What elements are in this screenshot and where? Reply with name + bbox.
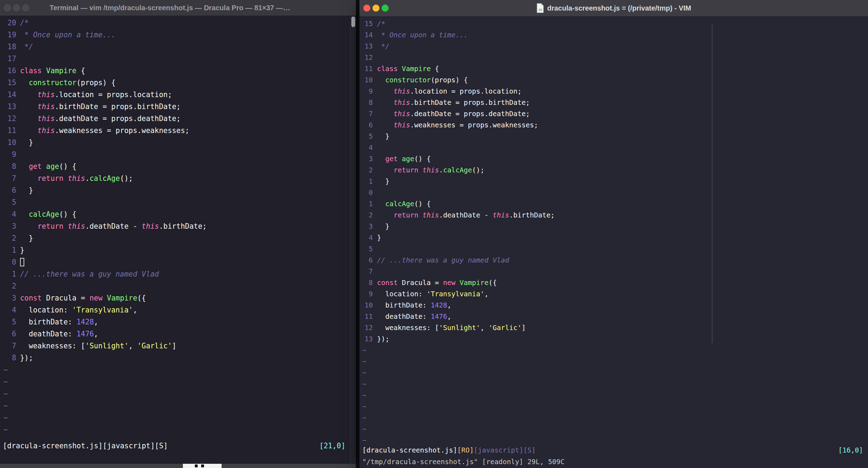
line-number: 2 <box>362 210 373 221</box>
code-line: 12 <box>359 52 868 63</box>
code-text: birthDate: 1428, <box>20 318 98 326</box>
terminal-titlebar[interactable]: Terminal — vim /tmp/dracula-screenshot.j… <box>0 0 356 16</box>
code-text: const Dracula = new Vampire({ <box>377 279 497 287</box>
cursor-position: [16,0] <box>838 446 863 454</box>
code-text: // ...there was a guy named Vlad <box>377 256 509 264</box>
line-number: 7 <box>362 108 373 120</box>
close-button[interactable] <box>4 4 11 11</box>
code-line: 5 <box>359 244 868 255</box>
code-text: calcAge() { <box>20 210 76 219</box>
line-number: 10 <box>362 75 373 86</box>
code-text: this.weaknesses = props.weaknesses; <box>377 121 538 129</box>
terminal-window-title: Terminal — vim /tmp/dracula-screenshot.j… <box>50 4 290 12</box>
line-number: 0 <box>4 256 16 268</box>
line-number: 10 <box>362 300 373 311</box>
code-line: 16class Vampire { <box>0 65 356 77</box>
code-line: 14 this.location = props.location; <box>0 89 356 101</box>
code-text: } <box>20 138 33 147</box>
vim-statusline: [dracula-screenshot.js][javascript][S] [… <box>0 440 356 452</box>
line-number: 7 <box>4 172 16 184</box>
line-number: 11 <box>4 125 16 137</box>
minimize-button[interactable] <box>372 5 379 12</box>
line-number: 5 <box>362 131 373 142</box>
tilde-line: ~ <box>0 376 356 388</box>
vim-buffer-terminal[interactable]: 20/*19 * Once upon a time...18 */1716cla… <box>0 15 356 436</box>
code-text: deathDate: 1476, <box>377 312 451 321</box>
macvim-titlebar[interactable]: JS dracula-screenshot.js = (/private/tmp… <box>359 0 868 17</box>
zoom-button[interactable] <box>382 5 389 12</box>
line-number: 13 <box>4 101 16 113</box>
code-text: const Dracula = new Vampire({ <box>20 294 146 302</box>
code-line: 7 weaknesses: ['Sunlight', 'Garlic'] <box>0 340 356 352</box>
code-text: } <box>20 234 33 242</box>
code-line: 4 location: 'Transylvania', <box>0 304 356 316</box>
zoom-button[interactable] <box>22 4 29 11</box>
code-line: 15 constructor(props) { <box>0 77 356 89</box>
code-text: } <box>377 222 389 230</box>
line-number: 1 <box>362 176 373 187</box>
statusline-segment: [RO] <box>457 446 474 454</box>
code-text <box>20 258 24 266</box>
statusline-segment: [javascript] <box>474 446 523 454</box>
line-number: 8 <box>4 352 16 364</box>
tilde-line: ~ <box>359 412 868 424</box>
code-line: 8const Dracula = new Vampire({ <box>359 277 868 289</box>
code-line: 11class Vampire { <box>359 63 868 75</box>
tilde-line: ~ <box>359 379 868 390</box>
code-line: 4} <box>359 232 868 244</box>
line-number: 5 <box>4 316 16 328</box>
code-line: 8 get age() { <box>0 160 356 172</box>
close-button[interactable] <box>363 5 370 12</box>
code-line: 5 } <box>359 131 868 142</box>
tilde-line: ~ <box>0 364 356 376</box>
code-line: 10 birthDate: 1428, <box>359 300 868 311</box>
code-line: 17 <box>0 53 356 65</box>
code-line: 11 this.weaknesses = props.weaknesses; <box>0 125 356 137</box>
code-text: this.birthDate = props.birthDate; <box>20 102 181 111</box>
line-number: 20 <box>4 17 16 29</box>
tilde-line: ~ <box>0 388 356 400</box>
line-number: 15 <box>4 77 16 89</box>
code-line: 15/* <box>359 18 868 30</box>
scrollbar-thumb[interactable] <box>351 17 355 27</box>
code-text: this.location = props.location; <box>20 90 172 99</box>
line-number: 13 <box>362 41 373 52</box>
code-text: this.weaknesses = props.weaknesses; <box>20 126 189 135</box>
code-line: 1} <box>0 244 356 256</box>
line-number: 14 <box>362 30 373 41</box>
line-number: 14 <box>4 89 16 101</box>
scrollbar[interactable] <box>350 15 356 464</box>
code-line: 0 <box>359 187 868 198</box>
code-line: 2 } <box>0 232 356 244</box>
code-line: 9 <box>0 148 356 160</box>
code-text: return this.deathDate - this.birthDate; <box>377 211 555 219</box>
code-line: 2 return this.calcAge(); <box>359 165 868 176</box>
code-line: 12 this.deathDate = props.deathDate; <box>0 113 356 125</box>
code-line: 4 calcAge() { <box>0 208 356 220</box>
background-window-sliver <box>0 464 356 468</box>
code-text: return this.calcAge(); <box>377 166 484 174</box>
line-number: 13 <box>362 334 373 345</box>
line-number: 19 <box>4 29 16 41</box>
line-number: 6 <box>362 120 373 131</box>
minimize-button[interactable] <box>13 4 20 11</box>
column-ruler <box>712 25 713 343</box>
code-line: 6// ...there was a guy named Vlad <box>359 255 868 266</box>
code-text: */ <box>20 43 33 51</box>
background-text-fragment <box>201 464 204 467</box>
line-number: 10 <box>4 137 16 148</box>
traffic-lights <box>0 4 29 11</box>
line-number: 12 <box>362 322 373 334</box>
code-text: }); <box>377 335 389 343</box>
vim-command-line <box>0 452 356 464</box>
code-line: 2 return this.deathDate - this.birthDate… <box>359 210 868 221</box>
statusline-segment: [javascript] <box>103 442 155 450</box>
code-text: location: 'Transylvania', <box>20 306 137 314</box>
macvim-title-group: JS dracula-screenshot.js = (/private/tmp… <box>359 0 868 16</box>
line-number: 5 <box>362 244 373 255</box>
line-number: 7 <box>4 340 16 352</box>
tilde-line: ~ <box>0 424 356 436</box>
line-number: 8 <box>362 277 373 289</box>
vim-buffer-gui[interactable]: 15/*14 * Once upon a time...13 */1211cla… <box>359 16 868 446</box>
code-line: 1 } <box>359 176 868 187</box>
